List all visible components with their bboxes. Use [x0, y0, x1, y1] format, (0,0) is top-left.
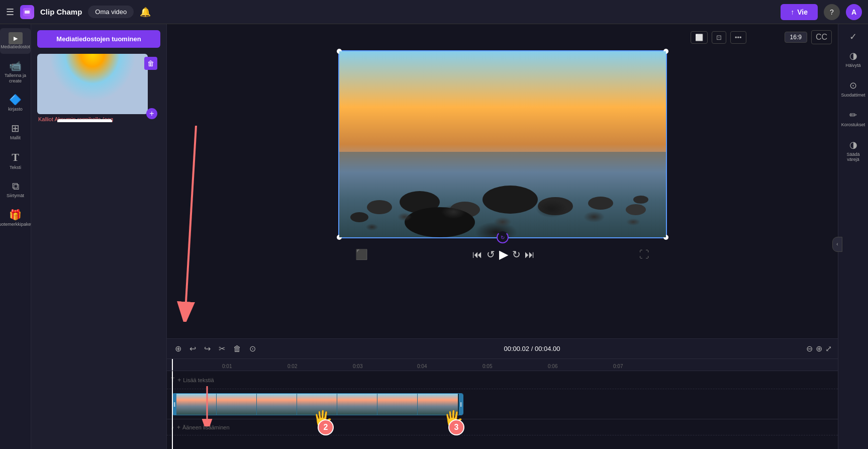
skip-back-button[interactable]: ⏮	[472, 249, 483, 260]
video-preview-svg	[339, 51, 666, 237]
media-icon: ▶	[9, 32, 23, 44]
undo-button[interactable]: ↩	[187, 342, 198, 355]
fade-icon: ◑	[849, 50, 857, 61]
left-sidebar: ▶ Mediatiedostot 📹 Tallenna ja create 🔷 …	[0, 24, 31, 449]
film-frame-7	[418, 394, 458, 415]
pip-tool-button[interactable]: ⊡	[712, 31, 726, 44]
record-button[interactable]: ⊙	[247, 342, 258, 355]
right-sidebar-item-suodattimet[interactable]: ⊙ Suodattimet	[838, 75, 868, 103]
svg-point-5	[400, 191, 440, 213]
timeline-toolbar: ⊕ ↩ ↪ ✂ 🗑 ⊙ 00:00.02 / 00:04.00 ⊖ ⊕ ⤢	[167, 339, 838, 359]
sidebar-item-mediatiedostot[interactable]: ▶ Mediatiedostot	[0, 28, 31, 54]
hamburger-icon[interactable]: ☰	[6, 7, 14, 18]
playback-controls: ⬛ ⏮ ↺ ▶ ↻ ⏭ ⛶	[173, 247, 832, 261]
delete-clip-button[interactable]: 🗑	[231, 342, 243, 355]
zoom-in-button[interactable]: ⊕	[816, 344, 822, 353]
user-avatar[interactable]: A	[846, 4, 862, 20]
svg-point-7	[483, 186, 538, 214]
camera-icon: 📹	[9, 60, 22, 72]
video-name-button[interactable]: Oma video	[88, 6, 134, 18]
ruler-mark-6: 0:06	[548, 364, 557, 369]
right-sidebar-label-suodattimet: Suodattimet	[841, 93, 865, 98]
film-frame-4	[297, 394, 337, 415]
ruler-mark-5: 0:05	[483, 364, 492, 369]
right-sidebar-label-saada-vareja: Säädä värejä	[840, 152, 866, 162]
export-button[interactable]: Vie	[781, 4, 818, 20]
preview-toolbar-right: ⬜ ⊡ ••• 16:9 CC	[691, 30, 832, 44]
main-area: ▶ Mediatiedostot 📹 Tallenna ja create 🔷 …	[0, 24, 868, 449]
magnet-tool-button[interactable]: ⊕	[173, 342, 183, 355]
teksti-icon: T	[12, 151, 19, 164]
topbar: ☰ Clip Champ Oma video 🔔 Vie ? A	[0, 0, 868, 24]
import-button[interactable]: Mediatiedostojen tuominen	[37, 30, 160, 48]
svg-point-4	[367, 200, 392, 214]
highlight-icon: ✏	[849, 110, 857, 121]
play-button[interactable]: ▶	[499, 247, 508, 261]
sidebar-item-tuotemerkkipaketti[interactable]: 🎁 Tuotemerkkipaketti	[0, 205, 31, 231]
sidebar-item-teksti[interactable]: T Teksti	[0, 147, 31, 174]
progress-circle: ↻	[497, 231, 509, 243]
clip-filmstrip	[176, 394, 459, 415]
forward-button[interactable]: ↻	[512, 248, 521, 260]
notifications-icon[interactable]: 🔔	[140, 7, 151, 18]
right-sidebar-item-hauytya[interactable]: ◑ Häivytä	[838, 45, 868, 73]
ruler-mark-4: 0:04	[417, 364, 427, 369]
plus-audio-icon: +	[177, 424, 180, 431]
ruler-mark-3: 0:03	[353, 364, 362, 369]
cut-button[interactable]: ✂	[217, 342, 227, 355]
audio-track: ♪ + Ääneen lisääminen	[167, 419, 838, 435]
app-title: Clip Champ	[40, 8, 82, 16]
film-frame-5	[337, 394, 377, 415]
svg-point-8	[538, 197, 573, 215]
crop-tool-button[interactable]: ⬜	[691, 31, 708, 44]
delete-button[interactable]: 🗑	[144, 57, 157, 70]
add-audio-button[interactable]: + Ääneen lisääminen	[177, 424, 230, 431]
sidebar-label-teksti: Teksti	[10, 165, 21, 170]
playhead[interactable]	[172, 359, 173, 371]
add-text-button[interactable]: + Lisää tekstiä	[177, 377, 214, 384]
help-icon[interactable]: ?	[824, 4, 840, 20]
svg-rect-1	[25, 11, 30, 14]
video-track: ‖ ‖	[167, 389, 838, 419]
right-sidebar-item-saada-vareja[interactable]: ◑ Säädä värejä	[838, 134, 868, 167]
sidebar-label-tallenna: Tallenna ja create	[2, 73, 29, 84]
redo-button[interactable]: ↪	[202, 342, 213, 355]
film-frame-6	[377, 394, 418, 415]
sidebar-label-siirtymat: Siirtymät	[7, 193, 24, 199]
sidebar-item-kirjasto[interactable]: 🔷 kirjasto	[0, 89, 31, 116]
preview-area: ⬜ ⊡ ••• 16:9 CC	[167, 24, 838, 338]
sidebar-item-mallit[interactable]: ⊞ Mallit	[0, 118, 31, 145]
sidebar-item-tallenna[interactable]: 📹 Tallenna ja create	[0, 56, 31, 88]
text-track: T + Lisää tekstiä	[167, 371, 838, 389]
svg-point-6	[450, 202, 480, 218]
clip-handle-left[interactable]: ‖	[172, 394, 176, 415]
clip-handle-right[interactable]: ‖	[459, 394, 463, 415]
svg-point-13	[405, 207, 475, 237]
sidebar-item-siirtymat[interactable]: ⧉ Siirtymät	[0, 176, 31, 203]
right-sidebar-item-korostukset[interactable]: ✏ Korostukset	[838, 105, 868, 132]
subtitle-button[interactable]: ⬛	[355, 248, 368, 260]
media-item[interactable]: 🗑 + Kalliot Aksumin rannikolla (cag Lisä…	[37, 54, 160, 122]
confirm-button[interactable]: ✓	[849, 28, 857, 45]
captions-tool-button[interactable]: CC	[811, 30, 832, 44]
tooltip-add-timeline: Lisää aikajanalle	[57, 119, 112, 122]
media-panel: Mediatiedostojen tuominen 🗑 + Kalliot Ak…	[31, 24, 167, 449]
fit-button[interactable]: ⤢	[825, 344, 832, 353]
zoom-out-button[interactable]: ⊖	[806, 344, 813, 353]
sidebar-label-kirjasto: kirjasto	[8, 107, 23, 112]
video-clip[interactable]: ‖ ‖	[172, 393, 463, 415]
rewind-button[interactable]: ↺	[487, 248, 495, 260]
video-preview	[339, 51, 666, 237]
right-sidebar-collapse-button[interactable]: ‹	[832, 237, 842, 252]
color-adjust-icon: ◑	[849, 139, 857, 150]
skip-forward-button[interactable]: ⏭	[525, 249, 535, 260]
add-to-timeline-button[interactable]: +	[146, 108, 157, 119]
playhead-line	[172, 371, 173, 449]
timeline-zoom: ⊖ ⊕ ⤢	[806, 344, 832, 353]
siirtymat-icon: ⧉	[12, 181, 19, 192]
more-tools-button[interactable]: •••	[730, 31, 746, 44]
sidebar-label-mediatiedostot: Mediatiedostot	[1, 44, 30, 50]
sidebar-label-mallit: Mallit	[10, 135, 21, 141]
app-logo	[20, 5, 34, 19]
fullscreen-button[interactable]: ⛶	[639, 249, 649, 260]
